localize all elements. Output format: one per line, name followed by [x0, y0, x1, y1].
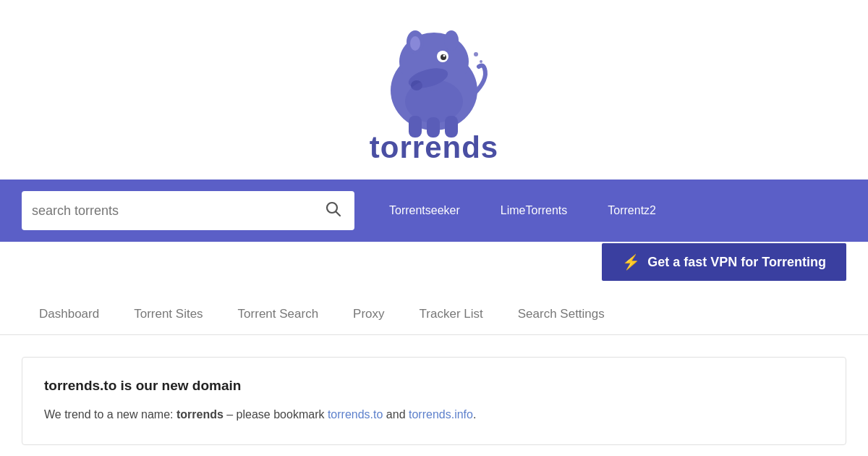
info-title: torrends.to is our new domain	[44, 378, 824, 394]
engine-limetorrents[interactable]: LimeTorrents	[480, 191, 587, 230]
logo-text: torrends	[370, 130, 498, 165]
svg-point-8	[410, 36, 420, 51]
nav-section: Dashboard Torrent Sites Torrent Search P…	[0, 285, 868, 335]
nav-proxy[interactable]: Proxy	[336, 300, 401, 334]
search-box	[22, 191, 354, 230]
nav-torrent-sites[interactable]: Torrent Sites	[116, 300, 220, 334]
nav-tracker-list[interactable]: Tracker List	[402, 300, 501, 334]
bolt-icon: ⚡	[622, 253, 640, 271]
info-bold-name: torrends	[176, 408, 224, 421]
vpn-banner-label: Get a fast VPN for Torrenting	[647, 255, 826, 270]
info-text-and: and	[383, 408, 409, 421]
svg-point-9	[444, 30, 459, 51]
nav-search-settings[interactable]: Search Settings	[501, 300, 622, 334]
search-strip: Torrentseeker LimeTorrents Torrentz2 ⚡ G…	[0, 180, 868, 242]
search-input[interactable]	[32, 203, 323, 219]
svg-line-17	[336, 211, 341, 216]
info-text-end: .	[473, 408, 476, 421]
vpn-banner[interactable]: ⚡ Get a fast VPN for Torrenting	[602, 243, 846, 281]
nav-dashboard[interactable]: Dashboard	[22, 300, 116, 334]
logo-section: torrends	[0, 0, 868, 180]
engine-torrentz2[interactable]: Torrentz2	[587, 191, 676, 230]
logo-mascot	[369, 22, 499, 138]
info-text: We trend to a new name: torrends – pleas…	[44, 405, 824, 424]
info-box: torrends.to is our new domain We trend t…	[22, 357, 846, 445]
search-icon	[326, 201, 341, 217]
search-button[interactable]	[323, 201, 344, 221]
svg-point-14	[474, 52, 478, 56]
info-link-to[interactable]: torrends.to	[328, 408, 383, 421]
engine-torrentseeker[interactable]: Torrentseeker	[369, 191, 480, 230]
info-text-middle: – please bookmark	[224, 408, 328, 421]
svg-point-6	[443, 55, 446, 57]
info-text-before: We trend to a new name:	[44, 408, 176, 421]
nav-torrent-search[interactable]: Torrent Search	[221, 300, 336, 334]
svg-point-15	[480, 60, 482, 63]
search-engines: Torrentseeker LimeTorrents Torrentz2	[369, 191, 676, 230]
info-link-info[interactable]: torrends.info	[409, 408, 473, 421]
